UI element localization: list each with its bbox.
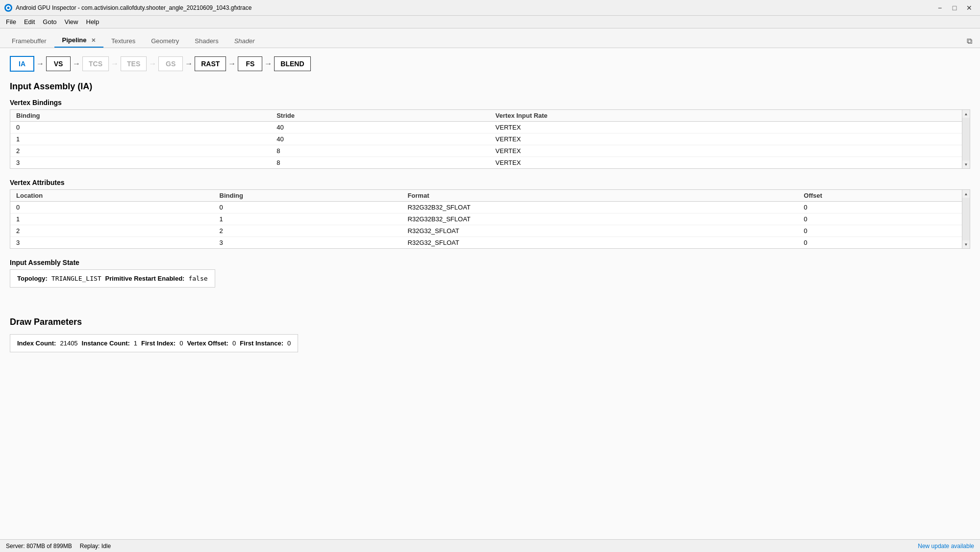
server-info: Server: 807MB of 899MB xyxy=(6,543,72,550)
topology-label: Topology: xyxy=(17,275,48,282)
table-row: 33R32G32_SFLOAT0 xyxy=(10,237,970,249)
pipeline-stage-tcs[interactable]: TCS xyxy=(82,56,109,71)
col-binding: Binding xyxy=(10,110,271,122)
table-cell: R32G32B32_SFLOAT xyxy=(402,202,798,213)
arrow-3: → xyxy=(111,59,119,68)
scroll-down-button-va[interactable]: ▼ xyxy=(962,240,970,248)
table-cell: R32G32B32_SFLOAT xyxy=(402,213,798,225)
menu-bar: File Edit Goto View Help xyxy=(0,16,980,28)
main-content: IA → VS → TCS → TES → GS → RAST → FS → B… xyxy=(0,48,980,539)
minimize-button[interactable]: − xyxy=(933,2,947,13)
pipeline-stage-rast[interactable]: RAST xyxy=(195,56,226,71)
tab-bar: Framebuffer Pipeline ✕ Textures Geometry… xyxy=(0,28,980,48)
primitive-restart-label: Primitive Restart Enabled: xyxy=(105,275,185,282)
arrow-5: → xyxy=(185,59,193,68)
first-index-label: First Index: xyxy=(141,340,176,347)
new-update-link[interactable]: New update available xyxy=(918,543,974,550)
table-cell: VERTEX xyxy=(490,157,958,169)
menu-file[interactable]: File xyxy=(2,17,20,26)
index-count-label: Index Count: xyxy=(17,340,56,347)
table-cell: 3 xyxy=(10,157,271,169)
table-row: 00R32G32B32_SFLOAT0 xyxy=(10,202,970,213)
table-cell: R32G32_SFLOAT xyxy=(402,225,798,237)
scroll-up-button-va[interactable]: ▲ xyxy=(962,190,970,198)
instance-count-label: Instance Count: xyxy=(82,340,130,347)
table-row: 140VERTEX xyxy=(10,133,970,145)
menu-edit[interactable]: Edit xyxy=(20,17,39,26)
table-row: 38VERTEX xyxy=(10,157,970,169)
tab-pipeline[interactable]: Pipeline ✕ xyxy=(54,33,103,48)
col-input-rate: Vertex Input Rate xyxy=(490,110,958,122)
arrow-1: → xyxy=(36,59,44,68)
vertex-bindings-header-row: Binding Stride Vertex Input Rate xyxy=(10,110,970,122)
table-cell: 0 xyxy=(798,202,958,213)
col-format: Format xyxy=(402,190,798,202)
table-cell: VERTEX xyxy=(490,122,958,133)
close-button[interactable]: ✕ xyxy=(962,2,976,13)
window-title: Android GPU Inspector - com.activision.c… xyxy=(16,4,251,11)
table-cell: 1 xyxy=(10,133,271,145)
table-row: 22R32G32_SFLOAT0 xyxy=(10,225,970,237)
pipeline-stage-tes[interactable]: TES xyxy=(121,56,147,71)
vertex-offset-label: Vertex Offset: xyxy=(187,340,228,347)
scroll-track-va[interactable] xyxy=(962,198,970,240)
menu-goto[interactable]: Goto xyxy=(39,17,60,26)
tab-shaders[interactable]: Shaders xyxy=(187,34,226,48)
arrow-7: → xyxy=(264,59,272,68)
pipeline-stage-fs[interactable]: FS xyxy=(238,56,262,71)
tab-framebuffer[interactable]: Framebuffer xyxy=(4,34,54,48)
tab-pipeline-label: Pipeline xyxy=(62,36,87,44)
tab-textures[interactable]: Textures xyxy=(103,34,143,48)
vertex-attributes-header-row: Location Binding Format Offset xyxy=(10,190,970,202)
vertex-bindings-table: Binding Stride Vertex Input Rate 040VERT… xyxy=(10,110,970,168)
input-assembly-title: Input Assembly (IA) xyxy=(10,81,970,92)
table-cell: 40 xyxy=(271,122,489,133)
window-controls: − □ ✕ xyxy=(933,2,976,13)
title-bar: Android GPU Inspector - com.activision.c… xyxy=(0,0,980,16)
first-instance-label: First Instance: xyxy=(240,340,283,347)
primitive-restart-value: false xyxy=(188,275,207,282)
table-cell: VERTEX xyxy=(490,133,958,145)
pipeline-stage-ia[interactable]: IA xyxy=(10,56,34,72)
vertex-bindings-scrollbar[interactable]: ▲ ▼ xyxy=(962,110,970,168)
pipeline-stage-vs[interactable]: VS xyxy=(46,56,71,71)
title-bar-left: Android GPU Inspector - com.activision.c… xyxy=(4,3,251,12)
vertex-bindings-subtitle: Vertex Bindings xyxy=(10,99,970,106)
spacer-1 xyxy=(10,302,970,317)
app-icon xyxy=(4,3,13,12)
svg-point-2 xyxy=(7,6,10,9)
scroll-down-button[interactable]: ▼ xyxy=(962,160,970,168)
table-row: 040VERTEX xyxy=(10,122,970,133)
first-index-value: 0 xyxy=(179,340,183,347)
arrow-6: → xyxy=(228,59,236,68)
maximize-button[interactable]: □ xyxy=(948,2,961,13)
table-cell: 0 xyxy=(214,202,402,213)
table-cell: VERTEX xyxy=(490,145,958,157)
col-va-binding: Binding xyxy=(214,190,402,202)
table-cell: 2 xyxy=(214,225,402,237)
table-cell: 1 xyxy=(214,213,402,225)
maximize-pane-icon[interactable]: ⧉ xyxy=(963,35,976,48)
table-cell: R32G32_SFLOAT xyxy=(402,237,798,249)
tab-shader[interactable]: Shader xyxy=(226,34,263,48)
pipeline-stage-gs[interactable]: GS xyxy=(158,56,183,71)
col-location: Location xyxy=(10,190,214,202)
vertex-attributes-scrollbar[interactable]: ▲ ▼ xyxy=(962,190,970,248)
menu-view[interactable]: View xyxy=(61,17,82,26)
vertex-offset-value: 0 xyxy=(232,340,236,347)
instance-count-value: 1 xyxy=(134,340,137,347)
table-row: 28VERTEX xyxy=(10,145,970,157)
scroll-up-button[interactable]: ▲ xyxy=(962,110,970,118)
scroll-track[interactable] xyxy=(962,118,970,160)
menu-help[interactable]: Help xyxy=(82,17,103,26)
table-cell: 2 xyxy=(10,145,271,157)
pipeline-stage-blend[interactable]: BLEND xyxy=(274,56,310,71)
table-cell: 8 xyxy=(271,157,489,169)
ia-state-subtitle: Input Assembly State xyxy=(10,259,970,266)
tab-geometry[interactable]: Geometry xyxy=(143,34,187,48)
tab-pipeline-close[interactable]: ✕ xyxy=(91,37,96,43)
status-bar: Server: 807MB of 899MB Replay: Idle New … xyxy=(0,539,980,552)
col-stride: Stride xyxy=(271,110,489,122)
ia-state-box: Topology: TRIANGLE_LIST Primitive Restar… xyxy=(10,269,215,288)
draw-parameters-box: Index Count: 21405 Instance Count: 1 Fir… xyxy=(10,334,298,352)
